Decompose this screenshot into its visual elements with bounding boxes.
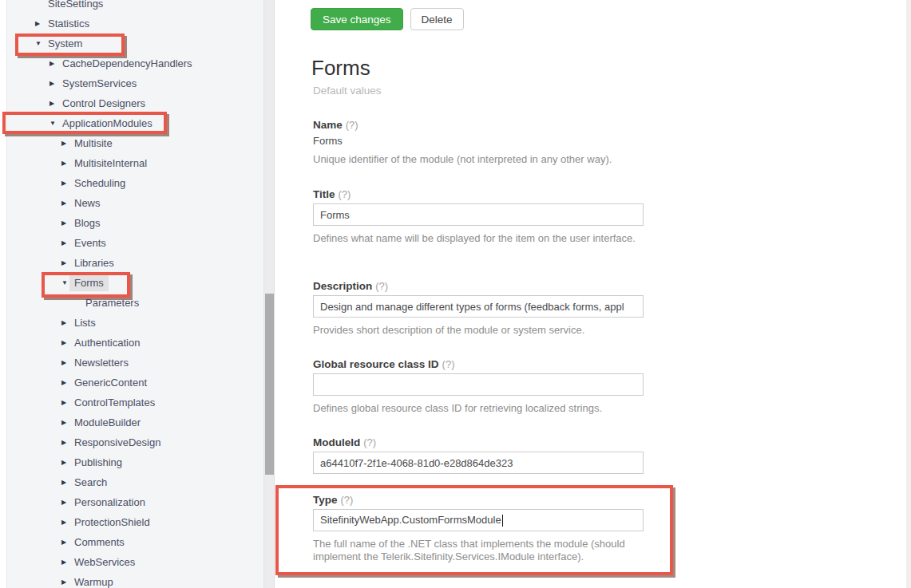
sidebar-scrollbar-track[interactable] bbox=[263, 0, 274, 588]
expand-icon[interactable]: ▶ bbox=[50, 100, 62, 107]
expand-icon[interactable]: ▶ bbox=[61, 180, 74, 187]
expand-icon[interactable]: ▶ bbox=[61, 539, 74, 546]
expand-icon[interactable]: ▶ bbox=[61, 479, 74, 486]
tree-item-authentication[interactable]: ▶Authentication bbox=[7, 333, 274, 353]
tree-item-responsivedesign[interactable]: ▶ResponsiveDesign bbox=[7, 432, 274, 452]
tree-item-news[interactable]: ▶News bbox=[7, 193, 274, 213]
save-changes-button[interactable]: Save changes bbox=[311, 8, 403, 30]
tree-item-label: MultisiteInternal bbox=[74, 157, 147, 170]
tree-item-personalization[interactable]: ▶Personalization bbox=[7, 492, 274, 512]
help-icon[interactable]: (?) bbox=[375, 280, 388, 292]
tree-item-warmup[interactable]: ▶Warmup bbox=[7, 572, 274, 588]
expand-icon[interactable]: ▶ bbox=[61, 359, 74, 366]
field-label: Title(?) bbox=[313, 189, 712, 200]
tree-item-multisite[interactable]: ▶Multisite bbox=[7, 133, 274, 153]
config-tree-sidebar: SiteSettings▶Statistics▼System▶CacheDepe… bbox=[6, 0, 275, 588]
tree-item-label: SiteSettings bbox=[48, 0, 103, 10]
tree-item-label: GenericContent bbox=[74, 377, 147, 389]
tree-item-cachedependencyhandlers[interactable]: ▶CacheDependencyHandlers bbox=[7, 53, 274, 73]
expand-icon[interactable]: ▶ bbox=[61, 199, 74, 207]
expand-icon[interactable]: ▶ bbox=[61, 219, 74, 227]
field-label: Global resource class ID(?) bbox=[313, 359, 712, 370]
expand-icon[interactable]: ▶ bbox=[61, 339, 74, 346]
expand-icon[interactable]: ▶ bbox=[61, 239, 74, 247]
tree-item-libraries[interactable]: ▶Libraries bbox=[7, 253, 274, 273]
tree-item-sitesettings[interactable]: SiteSettings bbox=[7, 0, 274, 14]
tree-item-scheduling[interactable]: ▶Scheduling bbox=[7, 173, 274, 193]
description-input[interactable] bbox=[313, 295, 644, 318]
expand-icon[interactable]: ▶ bbox=[61, 519, 74, 526]
tree-item-systemservices[interactable]: ▶SystemServices bbox=[7, 73, 274, 93]
delete-button[interactable]: Delete bbox=[410, 8, 464, 30]
tree-item-protectionshield[interactable]: ▶ProtectionShield bbox=[7, 512, 274, 532]
help-icon[interactable]: (?) bbox=[341, 494, 354, 506]
field-label-text: Name bbox=[313, 119, 343, 131]
type-input[interactable]: SitefinityWebApp.CustomFormsModule bbox=[313, 509, 644, 531]
tree-item-label: CacheDependencyHandlers bbox=[62, 57, 192, 70]
expand-icon[interactable]: ▶ bbox=[50, 60, 62, 67]
tree-item-label: Publishing bbox=[74, 456, 122, 469]
tree-item-multisiteinternal[interactable]: ▶MultisiteInternal bbox=[7, 153, 274, 173]
help-icon[interactable]: (?) bbox=[339, 188, 351, 200]
tree-item-controltemplates[interactable]: ▶ControlTemplates bbox=[7, 393, 274, 412]
page-title: Forms bbox=[311, 56, 370, 81]
tree-item-parameters[interactable]: Parameters bbox=[7, 293, 274, 313]
help-icon[interactable]: (?) bbox=[442, 358, 455, 370]
tree-item-applicationmodules[interactable]: ▼ApplicationModules bbox=[7, 113, 274, 133]
moduleid-input[interactable] bbox=[313, 452, 644, 474]
tree-item-search[interactable]: ▶Search bbox=[7, 472, 274, 492]
tree-item-label: Forms bbox=[69, 275, 109, 291]
field-label-text: ModuleId bbox=[313, 436, 360, 448]
tree-item-newsletters[interactable]: ▶Newsletters bbox=[7, 353, 274, 373]
expand-icon[interactable]: ▶ bbox=[35, 20, 48, 27]
tree-item-comments[interactable]: ▶Comments bbox=[7, 532, 274, 552]
collapse-icon[interactable]: ▼ bbox=[35, 40, 48, 47]
expand-icon[interactable]: ▶ bbox=[61, 379, 74, 386]
tree-item-modulebuilder[interactable]: ▶ModuleBuilder bbox=[7, 412, 274, 432]
expand-icon[interactable]: ▶ bbox=[61, 399, 74, 406]
expand-icon[interactable]: ▶ bbox=[61, 140, 74, 147]
sidebar-scrollbar-thumb[interactable] bbox=[265, 294, 274, 475]
field-label-text: Global resource class ID bbox=[313, 358, 439, 370]
tree-item-lists[interactable]: ▶Lists bbox=[7, 313, 274, 333]
tree-item-label: Comments bbox=[74, 536, 125, 549]
tree-item-control-designers[interactable]: ▶Control Designers bbox=[7, 93, 274, 113]
tree-item-webservices[interactable]: ▶WebServices bbox=[7, 552, 274, 572]
expand-icon[interactable]: ▶ bbox=[61, 459, 74, 466]
tree-item-label: ProtectionShield bbox=[74, 516, 150, 529]
tree-item-label: Lists bbox=[74, 317, 96, 330]
tree-item-genericcontent[interactable]: ▶GenericContent bbox=[7, 373, 274, 393]
tree-item-blogs[interactable]: ▶Blogs bbox=[7, 213, 274, 233]
name-value: Forms bbox=[313, 135, 712, 147]
expand-icon[interactable]: ▶ bbox=[61, 319, 74, 326]
tree-item-label: System bbox=[48, 37, 82, 50]
expand-icon[interactable]: ▶ bbox=[61, 259, 74, 266]
tree-item-system[interactable]: ▼System bbox=[7, 34, 274, 53]
config-tree: SiteSettings▶Statistics▼System▶CacheDepe… bbox=[7, 0, 274, 588]
expand-icon[interactable]: ▶ bbox=[61, 419, 74, 426]
tree-item-label: Warmup bbox=[74, 576, 113, 588]
field-group-moduleid: ModuleId(?) bbox=[313, 437, 712, 474]
field-label: Name(?) bbox=[313, 120, 712, 131]
global-resource-class-id-input[interactable] bbox=[313, 373, 644, 396]
expand-icon[interactable]: ▶ bbox=[61, 578, 74, 586]
field-label-text: Description bbox=[313, 280, 372, 292]
field-label-text: Title bbox=[313, 188, 335, 200]
tree-item-statistics[interactable]: ▶Statistics bbox=[7, 14, 274, 34]
field-label: Description(?) bbox=[313, 281, 712, 292]
expand-icon[interactable]: ▶ bbox=[50, 80, 62, 87]
tree-item-label: ModuleBuilder bbox=[74, 416, 141, 429]
expand-icon[interactable]: ▶ bbox=[61, 499, 74, 506]
tree-item-events[interactable]: ▶Events bbox=[7, 233, 274, 253]
help-icon[interactable]: (?) bbox=[363, 436, 376, 448]
settings-panel: Save changes Delete Forms Default values… bbox=[275, 0, 906, 588]
tree-item-publishing[interactable]: ▶Publishing bbox=[7, 452, 274, 472]
collapse-icon[interactable]: ▼ bbox=[50, 120, 62, 127]
tree-item-label: Blogs bbox=[74, 217, 101, 230]
title-input[interactable] bbox=[313, 203, 644, 226]
expand-icon[interactable]: ▶ bbox=[61, 439, 74, 446]
tree-item-forms[interactable]: ▼Forms bbox=[7, 273, 274, 293]
expand-icon[interactable]: ▶ bbox=[61, 558, 74, 566]
help-icon[interactable]: (?) bbox=[346, 119, 358, 131]
expand-icon[interactable]: ▶ bbox=[61, 160, 74, 167]
